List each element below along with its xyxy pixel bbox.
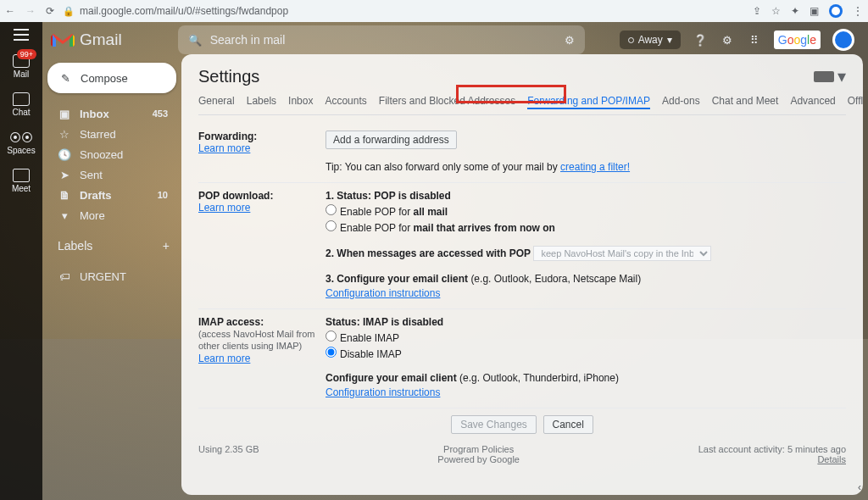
forwarding-tip: Tip: You can also forward only some of y… [326,161,560,173]
reload-icon[interactable]: ⟳ [46,5,54,17]
nav-label: Sent [80,169,103,181]
collapse-icon[interactable]: ‹ [858,481,861,493]
share-icon[interactable]: ⇪ [753,5,761,17]
app-name: Gmail [80,31,122,49]
tab-advanced[interactable]: Advanced [790,95,835,109]
profile-icon[interactable] [829,4,843,18]
tab-addons[interactable]: Add-ons [662,95,700,109]
nav-count: 453 [153,108,173,119]
tab-offline[interactable]: Offline [848,95,863,109]
imap-status-label: Status: [326,316,363,328]
rail-label: Meet [12,184,31,193]
pop-configure-label: 3. Configure your email client [326,273,470,285]
tune-icon[interactable]: ⚙ [565,34,575,47]
tab-chat-meet[interactable]: Chat and Meet [712,95,779,109]
rail-spaces[interactable]: ⦿⦿ Spaces [7,131,35,155]
pop-enable-now-radio[interactable] [326,220,337,231]
imap-section: IMAP access: (access NavoHost Mail from … [198,309,846,408]
forwarding-section: Forwarding: Learn more Add a forwarding … [198,124,846,183]
compose-button[interactable]: ✎ Compose [47,63,176,93]
status-label: Away [638,34,663,46]
chevron-down-icon[interactable]: ▾ [837,66,846,86]
imap-subtext: (access NavoHost Mail from other clients… [198,329,315,351]
rail-label: Mail [14,69,29,79]
tab-filters[interactable]: Filters and Blocked Addresses [379,95,515,109]
tab-accounts[interactable]: Accounts [325,95,366,109]
forward-icon[interactable]: → [25,5,36,17]
tab-labels[interactable]: Labels [247,95,276,109]
tab-general[interactable]: General [198,95,235,109]
browser-toolbar: ← → ⟳ 🔒 mail.google.com/mail/u/0/#settin… [0,0,868,22]
nav-inbox[interactable]: ▣Inbox453 [47,103,176,124]
nav-drafts[interactable]: 🗎Drafts10 [47,185,176,205]
program-policies-link[interactable]: Program Policies [259,444,698,454]
gmail-m-icon [51,31,75,48]
save-row: Save Changes Cancel [198,408,846,439]
pop-when-select[interactable]: keep NavoHost Mail's copy in the Inbox [533,246,711,261]
menu-icon[interactable]: ⋮ [853,5,863,17]
pop-enable-all-label[interactable]: Enable POP for all mail [340,206,448,218]
rail-meet[interactable]: Meet [12,169,31,193]
search-input[interactable] [210,33,556,47]
nav-more[interactable]: ▾More [47,205,176,225]
add-label-icon[interactable]: + [163,239,170,253]
nav-label: Snoozed [80,148,123,161]
panel-icon[interactable]: ▣ [810,5,819,17]
create-filter-link[interactable]: creating a filter! [560,161,630,173]
last-activity: Last account activity: 5 minutes ago [698,444,846,454]
chevron-down-icon: ▾ [667,34,672,46]
nav-sent[interactable]: ➤Sent [47,164,176,185]
search-icon: 🔍 [188,34,202,47]
gear-icon[interactable]: ⚙ [720,32,735,47]
status-dot-icon [628,37,634,43]
mail-badge: 99+ [17,49,36,59]
google-logo[interactable]: Google [774,31,821,49]
rail-chat[interactable]: Chat [12,92,30,117]
pop-status-value: POP is disabled [374,190,450,202]
rail-label: Chat [12,108,30,117]
meet-icon [13,169,30,182]
star-icon: ☆ [58,128,71,141]
activity-details-link[interactable]: Details [817,454,846,464]
help-icon[interactable]: ❔ [693,32,708,47]
pop-learn-more[interactable]: Learn more [198,202,250,214]
pop-header: POP download: [198,190,273,202]
input-tools-icon[interactable] [814,71,834,82]
imap-enable-radio[interactable] [326,331,337,342]
clock-icon: 🕓 [58,148,71,161]
nav-snoozed[interactable]: 🕓Snoozed [47,144,176,164]
imap-disable-radio[interactable] [326,347,337,358]
chat-icon [13,92,30,106]
nav-starred[interactable]: ☆Starred [47,124,176,144]
account-avatar[interactable] [832,29,854,51]
pop-enable-now-label[interactable]: Enable POP for mail that arrives from no… [340,222,555,234]
gmail-logo[interactable]: Gmail [51,31,122,49]
imap-config-instructions-link[interactable]: Configuration instructions [326,386,440,398]
send-icon: ➤ [58,169,71,181]
hamburger-icon[interactable] [14,29,29,41]
pop-config-instructions-link[interactable]: Configuration instructions [326,287,440,299]
imap-enable-label[interactable]: Enable IMAP [340,332,399,344]
back-icon[interactable]: ← [5,5,15,17]
settings-footer: Using 2.35 GB Program Policies Powered b… [198,439,846,495]
tab-inbox[interactable]: Inbox [288,95,313,109]
imap-disable-label[interactable]: Disable IMAP [340,348,402,360]
pop-status-label: 1. Status: [326,190,374,202]
tab-forwarding-pop-imap[interactable]: Forwarding and POP/IMAP [527,95,650,109]
forwarding-header: Forwarding: [198,131,257,142]
search-bar[interactable]: 🔍 ⚙ [178,25,585,54]
star-icon[interactable]: ☆ [771,5,781,17]
extensions-icon[interactable]: ✦ [791,5,799,17]
pop-enable-all-radio[interactable] [326,204,337,215]
forwarding-learn-more[interactable]: Learn more [198,142,250,154]
imap-learn-more[interactable]: Learn more [198,353,250,364]
cancel-button[interactable]: Cancel [543,415,593,434]
save-changes-button[interactable]: Save Changes [451,415,537,434]
settings-title: Settings ▾ [198,66,846,86]
rail-mail[interactable]: 99+ Mail [13,54,30,79]
add-forwarding-address-button[interactable]: Add a forwarding address [326,131,457,149]
address-bar-url[interactable]: mail.google.com/mail/u/0/#settings/fwdan… [80,5,288,17]
status-chip[interactable]: Away ▾ [620,31,681,49]
apps-icon[interactable]: ⠿ [747,32,762,47]
label-urgent[interactable]: 🏷URGENT [47,266,176,286]
